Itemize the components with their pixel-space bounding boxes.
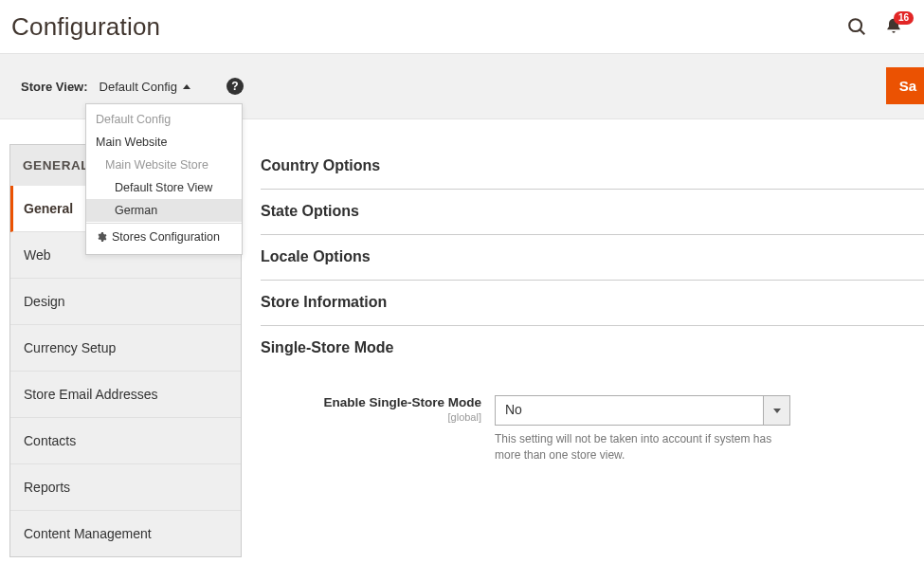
sidebar-item-content-management[interactable]: Content Management — [10, 511, 241, 556]
gear-icon — [96, 231, 107, 243]
page-header: Configuration 16 — [0, 0, 924, 53]
save-config-button[interactable]: Sa — [886, 67, 924, 104]
chevron-up-icon — [183, 84, 190, 89]
svg-line-1 — [860, 29, 864, 34]
section-country-options[interactable]: Country Options — [261, 144, 924, 190]
sidebar-item-currency-setup[interactable]: Currency Setup — [10, 325, 241, 372]
field-note: This setting will not be taken into acco… — [495, 431, 790, 463]
sidebar-item-contacts[interactable]: Contacts — [10, 418, 241, 464]
storeview-label: Store View: — [21, 80, 88, 94]
section-state-options[interactable]: State Options — [261, 190, 924, 235]
section-title: Single-Store Mode — [261, 339, 924, 356]
field-enable-single-store-mode: Enable Single-Store Mode [global] No Thi… — [261, 395, 924, 463]
sidebar-item-design[interactable]: Design — [10, 279, 241, 325]
storeview-selected: Default Config — [100, 80, 177, 94]
storeview-option-german[interactable]: German — [86, 199, 242, 222]
page-title: Configuration — [11, 12, 160, 42]
field-scope: [global] — [261, 411, 481, 423]
field-label: Enable Single-Store Mode — [261, 395, 481, 409]
section-single-store-mode[interactable]: Single-Store Mode — [261, 326, 924, 371]
section-title: Country Options — [261, 157, 924, 174]
storeview-dropdown: Default Config Main Website Main Website… — [85, 103, 243, 255]
sidebar-item-store-email-addresses[interactable]: Store Email Addresses — [10, 372, 241, 418]
storeview-select[interactable]: Default Config — [100, 80, 190, 94]
header-actions: 16 — [846, 16, 924, 37]
single-store-select[interactable]: No — [495, 395, 790, 426]
storeview-option-default-store-view[interactable]: Default Store View — [86, 176, 242, 199]
section-title: State Options — [261, 203, 924, 220]
section-locale-options[interactable]: Locale Options — [261, 235, 924, 281]
storeview-option-main-website-store: Main Website Store — [86, 154, 242, 176]
notification-badge: 16 — [894, 11, 914, 25]
storeview-bar: Store View: Default Config ? Sa Default … — [0, 53, 924, 119]
section-title: Store Information — [261, 294, 924, 311]
field-control: No This setting will not be taken into a… — [495, 395, 790, 463]
svg-point-0 — [849, 19, 861, 31]
section-store-information[interactable]: Store Information — [261, 281, 924, 326]
notifications-icon[interactable]: 16 — [884, 17, 903, 36]
main-panel: Country Options State Options Locale Opt… — [242, 144, 924, 557]
storeview-option-default-config: Default Config — [86, 108, 242, 131]
stores-configuration-link[interactable]: Stores Configuration — [86, 223, 242, 250]
search-icon[interactable] — [846, 16, 867, 37]
help-icon[interactable]: ? — [226, 78, 244, 95]
select-value: No — [496, 396, 763, 425]
chevron-down-icon — [763, 396, 789, 425]
sidebar-item-reports[interactable]: Reports — [10, 464, 241, 511]
stores-configuration-label: Stores Configuration — [112, 230, 220, 244]
section-title: Locale Options — [261, 248, 924, 265]
storeview-option-main-website[interactable]: Main Website — [86, 131, 242, 154]
field-label-wrap: Enable Single-Store Mode [global] — [261, 395, 495, 423]
